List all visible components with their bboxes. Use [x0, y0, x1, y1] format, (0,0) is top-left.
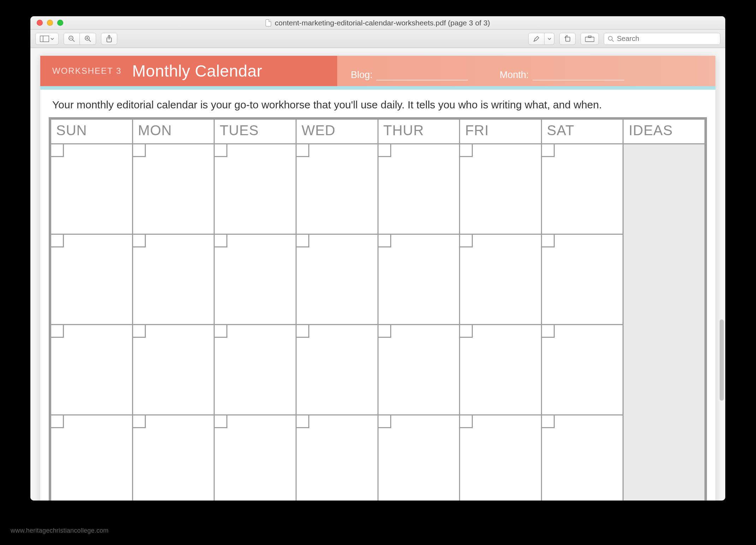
calendar-day-cell: [214, 144, 296, 234]
calendar-day-cell: [296, 325, 378, 415]
calendar-day-cell: [378, 415, 460, 501]
calendar-week-row: [51, 144, 705, 234]
svg-line-3: [72, 40, 75, 42]
date-number-box: [215, 144, 227, 157]
calendar-week-row: [51, 415, 705, 501]
calendar-day-cell: [214, 325, 296, 415]
rotate-button[interactable]: [559, 33, 576, 45]
worksheet-number: WORKSHEET 3: [40, 66, 121, 76]
svg-rect-13: [588, 36, 591, 37]
share-button[interactable]: [101, 33, 117, 45]
svg-point-14: [608, 36, 612, 40]
day-header-wed: WED: [296, 119, 378, 144]
search-field[interactable]: [604, 33, 720, 45]
calendar-day-cell: [460, 325, 542, 415]
document-viewport[interactable]: WORKSHEET 3 Monthly Calendar Blog: Month…: [30, 48, 725, 501]
calendar-day-cell: [541, 325, 623, 415]
date-number-box: [297, 235, 309, 247]
date-number-box: [51, 235, 64, 247]
calendar-day-cell: [132, 234, 214, 325]
zoom-out-button[interactable]: [64, 33, 80, 45]
calendar-day-cell: [378, 144, 460, 234]
highlight-dropdown-button[interactable]: [544, 33, 554, 45]
calendar-day-cell: [541, 234, 623, 325]
zoom-group: [64, 33, 96, 45]
date-number-box: [51, 144, 64, 157]
traffic-lights: [30, 20, 63, 26]
date-number-box: [542, 235, 555, 247]
date-number-box: [215, 325, 227, 338]
day-header-fri: FRI: [460, 119, 542, 144]
markup-group: [528, 33, 554, 45]
zoom-in-button[interactable]: [80, 33, 96, 45]
day-header-mon: MON: [132, 119, 214, 144]
calendar-day-cell: [460, 415, 542, 501]
markup-toolbar-button[interactable]: [581, 33, 599, 45]
calendar-day-cell: [51, 415, 133, 501]
date-number-box: [379, 235, 391, 247]
minimize-window-button[interactable]: [47, 20, 53, 26]
day-header-tue: TUES: [214, 119, 296, 144]
pdf-page: WORKSHEET 3 Monthly Calendar Blog: Month…: [40, 56, 715, 501]
day-header-thu: THUR: [378, 119, 460, 144]
month-label: Month:: [500, 70, 529, 80]
blog-field: Blog:: [351, 70, 468, 80]
banner-fields: Blog: Month:: [351, 70, 701, 80]
scrollbar-thumb[interactable]: [720, 319, 724, 401]
calendar-header-row: SUN MON TUES WED THUR FRI SAT IDEAS: [51, 119, 705, 144]
date-number-box: [542, 325, 555, 338]
date-number-box: [133, 325, 146, 338]
date-number-box: [297, 144, 309, 157]
intro-text: Your monthly editorial calendar is your …: [40, 90, 715, 117]
calendar-day-cell: [51, 144, 133, 234]
date-number-box: [133, 144, 146, 157]
date-number-box: [215, 415, 227, 428]
calendar-day-cell: [214, 415, 296, 501]
calendar-day-cell: [296, 415, 378, 501]
calendar-grid: SUN MON TUES WED THUR FRI SAT IDEAS: [49, 117, 707, 501]
titlebar: content-marketing-editorial-calendar-wor…: [30, 16, 725, 30]
day-header-sat: SAT: [541, 119, 623, 144]
svg-line-15: [612, 40, 614, 41]
calendar-day-cell: [132, 415, 214, 501]
date-number-box: [460, 415, 473, 428]
date-number-box: [379, 325, 391, 338]
date-number-box: [460, 144, 473, 157]
search-input[interactable]: [617, 35, 716, 43]
pdf-file-icon: [266, 19, 271, 26]
date-number-box: [215, 235, 227, 247]
svg-line-6: [89, 40, 91, 42]
calendar-day-cell: [460, 144, 542, 234]
calendar-week-row: [51, 325, 705, 415]
date-number-box: [379, 144, 391, 157]
month-field: Month:: [500, 70, 624, 80]
calendar-day-cell: [51, 234, 133, 325]
date-number-box: [542, 415, 555, 428]
watermark-text: www.heritagechristiancollege.com: [11, 527, 109, 534]
close-window-button[interactable]: [37, 20, 43, 26]
date-number-box: [297, 325, 309, 338]
worksheet-title: Monthly Calendar: [121, 61, 262, 80]
zoom-window-button[interactable]: [57, 20, 63, 26]
day-header-sun: SUN: [51, 119, 133, 144]
date-number-box: [51, 415, 64, 428]
calendar-week-row: [51, 234, 705, 325]
calendar-day-cell: [378, 325, 460, 415]
blog-label: Blog:: [351, 70, 373, 80]
date-number-box: [379, 415, 391, 428]
date-number-box: [542, 144, 555, 157]
date-number-box: [297, 415, 309, 428]
calendar-day-cell: [296, 144, 378, 234]
sidebar-toggle-button[interactable]: [35, 33, 59, 45]
calendar-day-cell: [541, 144, 623, 234]
toolbar: [30, 30, 725, 48]
preview-window: content-marketing-editorial-calendar-wor…: [30, 16, 725, 501]
date-number-box: [460, 235, 473, 247]
date-number-box: [133, 415, 146, 428]
highlight-button[interactable]: [528, 33, 544, 45]
search-icon: [608, 36, 614, 42]
date-number-box: [51, 325, 64, 338]
ideas-column-cell: [623, 144, 705, 501]
calendar-day-cell: [296, 234, 378, 325]
blog-underline: [376, 80, 468, 80]
